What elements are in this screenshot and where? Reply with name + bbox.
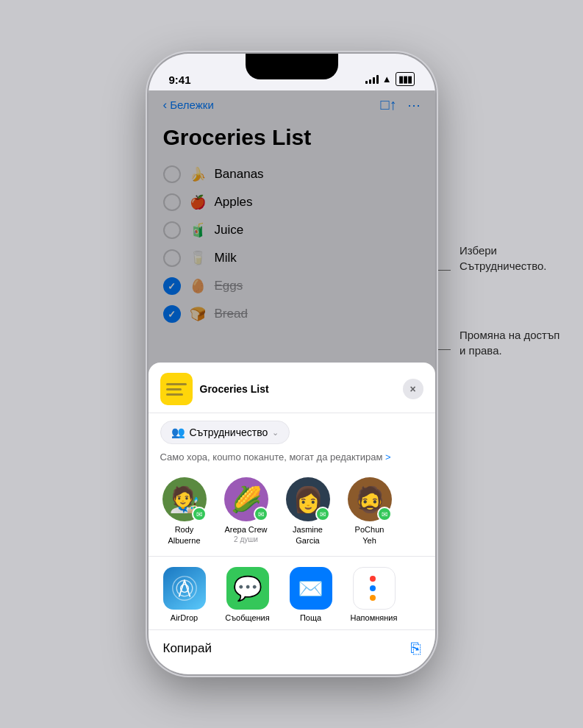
battery-icon: ▮▮▮ [396,72,415,86]
person-jasmine[interactable]: 👩 ✉ JasmineGarcia [279,477,337,546]
status-time: 9:41 [169,74,191,86]
callout-2: Промяна на достъп и права. [459,327,562,358]
reminder-dot-blue [370,585,376,591]
message-badge: ✉ [315,507,330,521]
avatar-wrap: 👩 ✉ [286,477,330,521]
share-note-title: Groceries List [200,383,403,395]
message-badge: ✉ [377,507,392,521]
app-label: AirDrop [171,613,198,622]
signal-bars-icon [365,75,379,84]
app-airdrop[interactable]: AirDrop [156,567,213,622]
message-icon: ✉ [382,510,387,518]
callout-1: Избери Сътрудничество. [459,243,562,274]
person-pochun[interactable]: 🧔 ✉ PoChunYeh [341,477,398,546]
app-label: Съобщения [225,613,269,622]
messages-icon: 💬 [226,567,269,610]
message-badge: ✉ [254,507,268,521]
app-label: Поща [300,613,321,622]
collaboration-row: 👥 Сътрудничество ⌄ [149,413,435,449]
status-icons: ▲ ▮▮▮ [365,72,415,86]
chevron-down-icon: ⌄ [272,428,279,438]
copy-row: Копирай ⎘ [149,630,435,667]
person-name: JasmineGarcia [293,524,323,546]
people-icon: 👥 [171,426,185,439]
person-name: PoChunYeh [355,524,385,546]
app-mail[interactable]: ✉️ Поща [282,567,340,622]
collab-label: Сътрудничество [190,427,268,438]
note-lines [166,380,187,399]
avatar-wrap: 🧑‍🎨 ✉ [162,477,207,521]
people-row: 🧑‍🎨 ✉ RodyAlbuerne 🌽 [149,471,435,557]
person-rody[interactable]: 🧑‍🎨 ✉ RodyAlbuerne [156,477,213,546]
message-badge: ✉ [192,507,207,521]
copy-label: Копирай [163,641,212,656]
notch [246,54,338,79]
apps-row: AirDrop 💬 Съобщения ✉️ Поща [149,557,435,630]
share-close-button[interactable]: × [403,379,423,399]
svg-line-3 [179,580,184,596]
person-sub: 2 души [234,535,258,543]
note-icon [160,373,193,405]
app-reminders[interactable]: Напомняния [346,567,403,622]
copy-icon[interactable]: ⎘ [411,639,421,658]
mail-icon: ✉️ [290,567,332,610]
person-arepa[interactable]: 🌽 ✉ Arepa Crew 2 души [218,477,275,546]
airdrop-icon [163,567,206,610]
svg-line-4 [185,580,190,596]
avatar-wrap: 🧔 ✉ [348,477,392,521]
reminders-icon [353,567,396,610]
airdrop-svg [171,575,198,602]
avatar-wrap: 🌽 ✉ [224,477,268,521]
share-sheet-overlay: Groceries List × 👥 Сътрудничество ⌄ Сам [149,90,435,674]
scene: Избери Сътрудничество. Промяна на достъп… [0,0,583,728]
app-label: Напомняния [351,613,398,622]
share-header: Groceries List × [149,363,435,413]
reminder-dot-red [370,576,376,582]
iphone-frame: 9:41 ▲ ▮▮▮ ‹ Бележки [149,54,435,674]
access-text: Само хора, коumo поканuте, могат да реда… [149,449,435,471]
message-icon: ✉ [320,510,326,518]
collaboration-button[interactable]: 👥 Сътрудничество ⌄ [160,421,290,444]
share-panel: Groceries List × 👥 Сътрудничество ⌄ Сам [149,363,435,674]
note-content: ‹ Бележки □↑ ⋯ Groceries List 🍌 Bananas [149,90,435,674]
reminder-dot-orange [370,595,376,601]
message-icon: ✉ [196,510,202,518]
access-link[interactable]: > [385,452,391,463]
svg-point-1 [176,580,193,596]
app-messages[interactable]: 💬 Съобщения [219,567,276,622]
person-name: RodyAlbuerne [168,524,200,546]
person-name: Arepa Crew [224,524,267,535]
message-icon: ✉ [258,510,264,518]
wifi-icon: ▲ [382,74,392,85]
